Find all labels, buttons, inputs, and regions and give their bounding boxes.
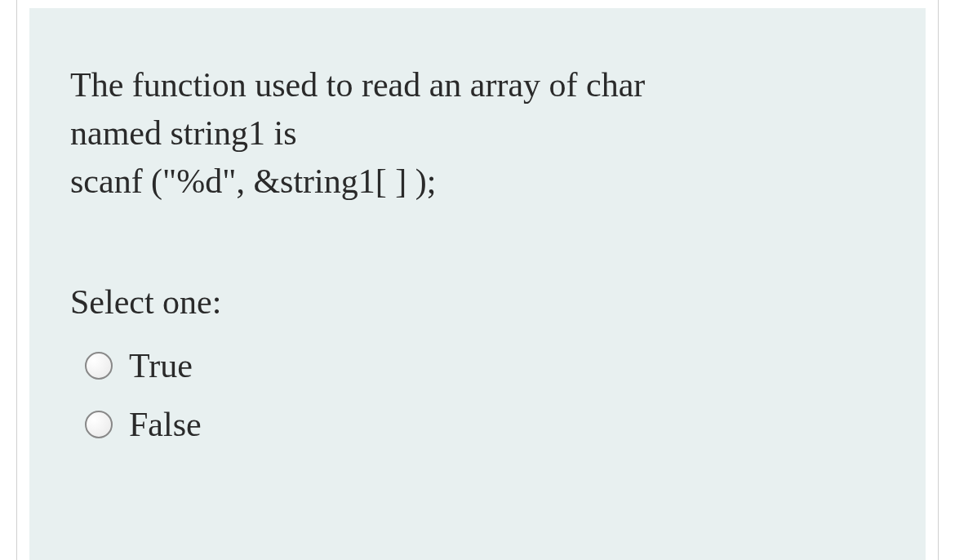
option-true-label: True [129,346,193,385]
question-text: The function used to read an array of ch… [70,61,885,205]
question-line-1: The function used to read an array of ch… [70,61,885,109]
select-one-label: Select one: [70,282,885,322]
question-container: The function used to read an array of ch… [16,0,939,560]
question-line-3: scanf ("%d", &string1[ ] ); [70,158,885,206]
option-false[interactable]: False [85,405,885,444]
option-true[interactable]: True [85,346,885,385]
radio-icon [85,352,113,380]
question-line-2: named string1 is [70,109,885,158]
option-false-label: False [129,405,202,444]
radio-icon [85,411,113,438]
question-panel: The function used to read an array of ch… [29,8,926,560]
